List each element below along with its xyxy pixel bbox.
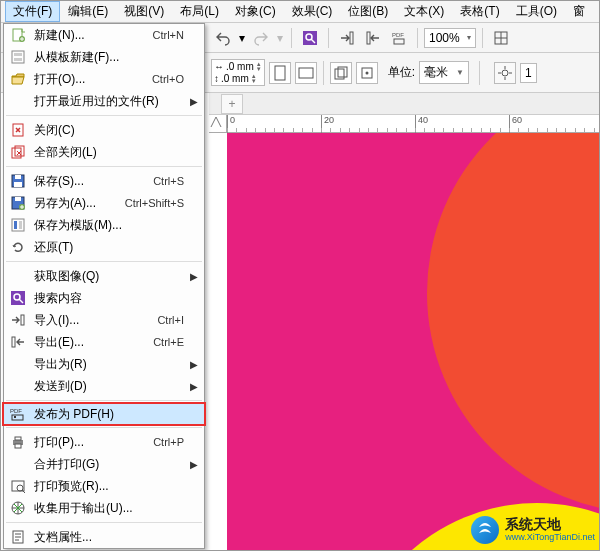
- nudge-icon[interactable]: [494, 62, 516, 84]
- zoom-combo[interactable]: 100%▾: [424, 28, 476, 48]
- horizontal-ruler[interactable]: 0 20 40 60 80: [227, 115, 599, 133]
- menu-item-label: 发送到(D): [34, 378, 184, 395]
- menu-edit[interactable]: 编辑(E): [60, 1, 116, 22]
- menu-item-print[interactable]: 打印(P)...Ctrl+P: [4, 431, 204, 453]
- menu-item-label: 导出为(R): [34, 356, 184, 373]
- export-button[interactable]: [361, 26, 385, 50]
- open-icon: [8, 70, 28, 88]
- saveas-icon: [8, 194, 28, 212]
- units-label: 单位:: [388, 64, 415, 81]
- menu-separator: [6, 115, 202, 116]
- svg-rect-6: [394, 39, 404, 44]
- menu-item-label: 文档属性...: [34, 529, 184, 546]
- menu-item-new[interactable]: 新建(N)...Ctrl+N: [4, 24, 204, 46]
- menu-item-search[interactable]: 搜索内容: [4, 287, 204, 309]
- units-select[interactable]: 毫米▼: [419, 61, 469, 84]
- drawing-canvas[interactable]: [227, 133, 599, 550]
- menu-item-label: 打印预览(R)...: [34, 478, 184, 495]
- import-icon: [8, 311, 28, 329]
- sendto-icon: [8, 377, 28, 395]
- svg-rect-21: [14, 58, 22, 61]
- menu-item-exportto[interactable]: 导出为(R)▶: [4, 353, 204, 375]
- undo-dropdown[interactable]: ▾: [237, 26, 247, 50]
- redo-button[interactable]: [249, 26, 273, 50]
- ruler-origin[interactable]: [209, 115, 227, 133]
- menu-bitmap[interactable]: 位图(B): [340, 1, 396, 22]
- menu-item-merge[interactable]: 合并打印(G)▶: [4, 453, 204, 475]
- menubar: 文件(F) 编辑(E) 视图(V) 布局(L) 对象(C) 效果(C) 位图(B…: [1, 1, 599, 23]
- import-button[interactable]: [335, 26, 359, 50]
- orientation-landscape[interactable]: [295, 62, 317, 84]
- menu-file[interactable]: 文件(F): [5, 1, 60, 22]
- apply-all-pages[interactable]: [330, 62, 352, 84]
- watermark-url: www.XiTongTianDi.net: [505, 533, 595, 543]
- svg-rect-41: [14, 416, 16, 418]
- redo-dropdown[interactable]: ▾: [275, 26, 285, 50]
- menu-item-import[interactable]: 导入(I)...Ctrl+I: [4, 309, 204, 331]
- pdf-button[interactable]: PDF: [387, 26, 411, 50]
- menu-item-close[interactable]: 关闭(C): [4, 119, 204, 141]
- undo-button[interactable]: [211, 26, 235, 50]
- watermark-logo-icon: [471, 516, 499, 544]
- menu-item-preview[interactable]: 打印预览(R)...: [4, 475, 204, 497]
- nudge-distance[interactable]: 1: [520, 63, 537, 83]
- apply-current-page[interactable]: [356, 62, 378, 84]
- recent-icon: [8, 92, 28, 110]
- document-tabs: +: [209, 93, 599, 115]
- add-tab-button[interactable]: +: [221, 94, 243, 114]
- menu-item-shortcut: Ctrl+Shift+S: [125, 197, 188, 209]
- menu-view[interactable]: 视图(V): [116, 1, 172, 22]
- menu-item-sendto[interactable]: 发送到(D)▶: [4, 375, 204, 397]
- svg-rect-43: [15, 437, 21, 440]
- watermark-title: 系统天地: [505, 517, 595, 532]
- svg-point-16: [502, 70, 508, 76]
- file-menu-dropdown: 新建(N)...Ctrl+N从模板新建(F)...打开(O)...Ctrl+O打…: [3, 23, 205, 549]
- menu-separator: [6, 400, 202, 401]
- menu-item-props[interactable]: 文档属性...: [4, 526, 204, 548]
- menu-window[interactable]: 窗: [565, 1, 593, 22]
- savetpl-icon: [8, 216, 28, 234]
- svg-rect-32: [14, 221, 17, 229]
- closeall-icon: [8, 143, 28, 161]
- menu-item-savetpl[interactable]: 保存为模版(M)...: [4, 214, 204, 236]
- svg-text:PDF: PDF: [10, 408, 22, 414]
- menu-layout[interactable]: 布局(L): [172, 1, 227, 22]
- menu-item-open[interactable]: 打开(O)...Ctrl+O: [4, 68, 204, 90]
- submenu-arrow-icon: ▶: [188, 381, 198, 392]
- svg-point-15: [365, 71, 368, 74]
- menu-item-label: 从模板新建(F)...: [34, 49, 184, 66]
- menu-item-revert[interactable]: 还原(T): [4, 236, 204, 258]
- menu-item-recent[interactable]: 打开最近用过的文件(R)▶: [4, 90, 204, 112]
- menu-item-label: 获取图像(Q): [34, 268, 184, 285]
- menu-separator: [6, 522, 202, 523]
- menu-item-label: 打开最近用过的文件(R): [34, 93, 184, 110]
- snap-button[interactable]: [489, 26, 513, 50]
- svg-text:PDF: PDF: [392, 32, 404, 38]
- menu-item-label: 导出(E)...: [34, 334, 153, 351]
- menu-item-acquire[interactable]: 获取图像(Q)▶: [4, 265, 204, 287]
- menu-object[interactable]: 对象(C): [227, 1, 284, 22]
- svg-rect-26: [15, 175, 21, 179]
- menu-item-pdf[interactable]: PDF发布为 PDF(H): [3, 403, 205, 425]
- page-dimensions[interactable]: ↔.0 mm▲▼ ↕.0 mm▲▼: [211, 59, 265, 86]
- menu-item-save[interactable]: 保存(S)...Ctrl+S: [4, 170, 204, 192]
- menu-effects[interactable]: 效果(C): [284, 1, 341, 22]
- menu-item-newtpl[interactable]: 从模板新建(F)...: [4, 46, 204, 68]
- svg-rect-4: [367, 32, 370, 44]
- menu-item-export[interactable]: 导出(E)...Ctrl+E: [4, 331, 204, 353]
- submenu-arrow-icon: ▶: [188, 459, 198, 470]
- menu-item-closeall[interactable]: 全部关闭(L): [4, 141, 204, 163]
- svg-rect-37: [21, 315, 24, 325]
- watermark: 系统天地 www.XiTongTianDi.net: [471, 516, 595, 544]
- exportto-icon: [8, 355, 28, 373]
- menu-separator: [6, 261, 202, 262]
- menu-table[interactable]: 表格(T): [452, 1, 507, 22]
- collect-icon: [8, 499, 28, 517]
- menu-item-collect[interactable]: 收集用于输出(U)...: [4, 497, 204, 519]
- orientation-portrait[interactable]: [269, 62, 291, 84]
- menu-item-saveas[interactable]: 另存为(A)...Ctrl+Shift+S: [4, 192, 204, 214]
- search-button[interactable]: [298, 26, 322, 50]
- menu-tools[interactable]: 工具(O): [508, 1, 565, 22]
- menu-text[interactable]: 文本(X): [396, 1, 452, 22]
- svg-rect-3: [350, 32, 353, 44]
